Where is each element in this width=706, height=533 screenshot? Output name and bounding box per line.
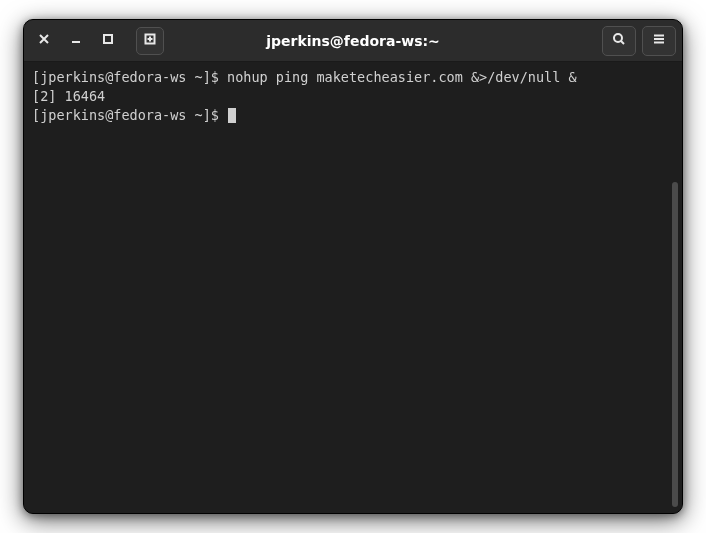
scrollbar[interactable]	[672, 182, 678, 507]
output-text: [2] 16464	[32, 88, 105, 104]
terminal-line: [jperkins@fedora-ws ~]$ nohup ping maket…	[32, 68, 674, 87]
terminal-window: jperkins@fedora-ws:~ [jperkins@fedora-ws…	[23, 19, 683, 514]
menu-button[interactable]	[642, 26, 676, 56]
terminal-line: [jperkins@fedora-ws ~]$	[32, 106, 674, 125]
minimize-button[interactable]	[62, 27, 90, 55]
command-text: nohup ping maketecheasier.com &>/dev/nul…	[227, 69, 577, 85]
cursor-icon	[228, 108, 236, 123]
search-button[interactable]	[602, 26, 636, 56]
terminal-body[interactable]: [jperkins@fedora-ws ~]$ nohup ping maket…	[24, 62, 682, 513]
prompt: [jperkins@fedora-ws ~]$	[32, 107, 227, 123]
hamburger-icon	[652, 31, 666, 50]
close-icon	[37, 32, 51, 49]
prompt: [jperkins@fedora-ws ~]$	[32, 69, 227, 85]
titlebar: jperkins@fedora-ws:~	[24, 20, 682, 62]
search-icon	[612, 31, 626, 50]
close-button[interactable]	[30, 27, 58, 55]
terminal-line: [2] 16464	[32, 87, 674, 106]
svg-point-2	[614, 34, 622, 42]
minimize-icon	[69, 32, 83, 49]
window-title: jperkins@fedora-ws:~	[108, 33, 598, 49]
